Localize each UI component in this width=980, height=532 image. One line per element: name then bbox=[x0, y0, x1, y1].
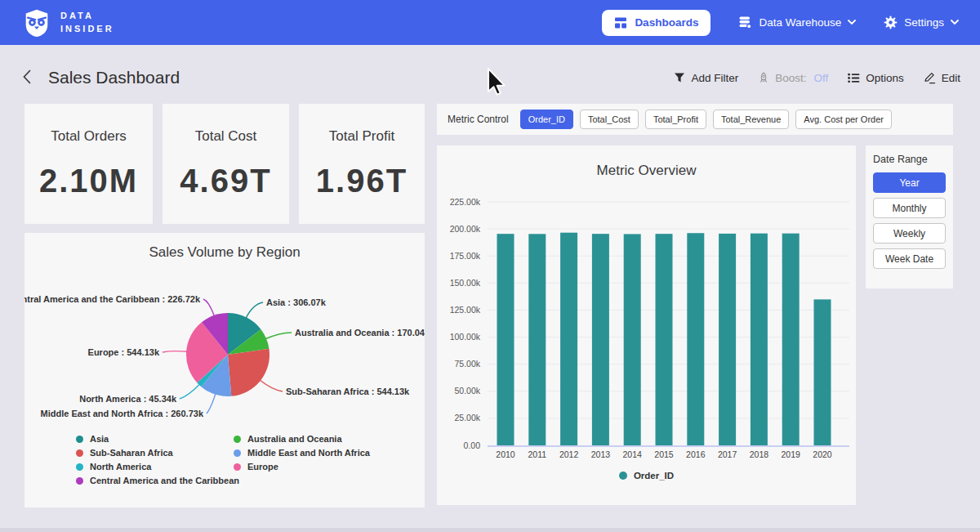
bar-chart: 0.0025.00k50.00k75.00k100.00k125.00k150.… bbox=[437, 145, 856, 505]
owl-logo-icon bbox=[21, 7, 52, 38]
y-axis-tick: 150.00k bbox=[450, 278, 481, 288]
kpi-label: Total Cost bbox=[195, 128, 257, 145]
bar-2017[interactable] bbox=[719, 234, 736, 445]
bar-2014[interactable] bbox=[624, 234, 641, 445]
date-range-button-year[interactable]: Year bbox=[873, 172, 946, 193]
boost-label: Boost: bbox=[775, 72, 806, 84]
pie-legend-item-central-america-and-the-caribbean[interactable]: Central America and the Caribbean bbox=[76, 476, 239, 485]
pie-legend-item-australia-and-oceania[interactable]: Australia and Oceania bbox=[234, 434, 370, 444]
kpi-card-total-orders: Total Orders 2.10M bbox=[24, 104, 153, 224]
x-axis-label-2017: 2017 bbox=[718, 449, 737, 459]
pie-leader-line bbox=[203, 299, 215, 317]
pie-slice-sub-saharan-africa[interactable] bbox=[228, 349, 270, 396]
brand-logo[interactable]: DATA INSIDER bbox=[21, 7, 114, 38]
dashboards-button[interactable]: Dashboards bbox=[602, 10, 710, 36]
bar-chart-legend: Order_ID bbox=[437, 471, 856, 481]
metric-control-label: Metric Control bbox=[448, 114, 509, 125]
legend-dot bbox=[234, 449, 241, 457]
date-range-buttons: YearMonthlyWeeklyWeek Date bbox=[873, 172, 946, 269]
edit-label: Edit bbox=[942, 72, 960, 84]
pie-legend-item-asia[interactable]: Asia bbox=[76, 434, 239, 444]
kpi-label: Total Orders bbox=[51, 128, 127, 145]
x-axis-label-2015: 2015 bbox=[654, 449, 674, 459]
data-warehouse-label: Data Warehouse bbox=[759, 16, 841, 29]
options-list-icon bbox=[848, 73, 860, 83]
database-icon bbox=[738, 16, 752, 29]
x-axis-label-2016: 2016 bbox=[686, 449, 706, 459]
date-range-button-monthly[interactable]: Monthly bbox=[873, 198, 946, 218]
pie-leader-line bbox=[180, 383, 200, 399]
bar-2011[interactable] bbox=[528, 234, 546, 445]
pie-label-europe: Europe : 544.13k bbox=[88, 347, 160, 357]
y-axis-tick: 75.00k bbox=[454, 359, 480, 369]
date-range-button-week-date[interactable]: Week Date bbox=[873, 248, 946, 269]
app-root: DATA INSIDER Dashboards bbox=[0, 0, 980, 532]
y-axis-tick: 200.00k bbox=[450, 224, 481, 234]
options-button[interactable]: Options bbox=[848, 72, 904, 84]
boost-toggle[interactable]: Boost:Off bbox=[758, 72, 828, 84]
bar-2015[interactable] bbox=[656, 234, 673, 445]
data-warehouse-menu[interactable]: Data Warehouse bbox=[738, 16, 856, 29]
pencil-icon bbox=[924, 72, 936, 84]
settings-menu[interactable]: Settings bbox=[884, 16, 959, 29]
pie-leader-line bbox=[163, 351, 188, 352]
bar-2019[interactable] bbox=[782, 234, 800, 445]
y-axis-tick: 175.00k bbox=[450, 251, 481, 261]
brand-text: DATA INSIDER bbox=[60, 10, 114, 35]
pie-legend-item-sub-saharan-africa[interactable]: Sub-Saharan Africa bbox=[76, 448, 239, 458]
bar-2018[interactable] bbox=[751, 234, 768, 445]
metric-buttons: Order_IDTotal_CostTotal_ProfitTotal_Reve… bbox=[520, 110, 898, 129]
legend-dot bbox=[76, 449, 83, 457]
rocket-icon bbox=[758, 72, 769, 84]
pie-label-australia-and-oceania: Australia and Oceania : 170.04k bbox=[295, 328, 425, 338]
back-button[interactable] bbox=[20, 68, 34, 88]
y-axis-tick: 100.00k bbox=[450, 332, 481, 342]
bar-2016[interactable] bbox=[687, 233, 704, 445]
pie-chart-card: Sales Volume by Region Asia : 306.07kAus… bbox=[24, 233, 425, 507]
add-filter-button[interactable]: Add Filter bbox=[674, 72, 738, 84]
bar-2013[interactable] bbox=[592, 234, 609, 445]
legend-dot bbox=[76, 477, 83, 485]
metric-button-total-profit[interactable]: Total_Profit bbox=[645, 110, 706, 129]
kpi-value: 4.69T bbox=[180, 163, 271, 199]
bar-2010[interactable] bbox=[497, 234, 514, 445]
legend-label: Asia bbox=[90, 434, 109, 444]
metric-button-total-revenue[interactable]: Total_Revenue bbox=[713, 110, 789, 129]
page-title: Sales Dashboard bbox=[48, 68, 180, 87]
pie-legend-column-1: AsiaSub-Saharan AfricaNorth AmericaCentr… bbox=[76, 434, 239, 485]
metric-button-avg-cost-per-order[interactable]: Avg. Cost per Order bbox=[795, 110, 892, 129]
date-range-card: Date Range YearMonthlyWeeklyWeek Date bbox=[866, 145, 953, 288]
chevron-left-icon bbox=[21, 69, 33, 84]
brand-line2: INSIDER bbox=[60, 23, 114, 35]
bar-2012[interactable] bbox=[560, 233, 577, 445]
bar-2020[interactable] bbox=[814, 299, 831, 445]
pie-label-north-america: North America : 45.34k bbox=[79, 394, 177, 404]
legend-label: Central America and the Caribbean bbox=[90, 476, 239, 485]
filter-funnel-icon bbox=[674, 72, 685, 83]
pie-label-sub-saharan-africa: Sub-Saharan Africa : 544.13k bbox=[286, 387, 410, 396]
legend-label: Europe bbox=[247, 462, 278, 472]
chevron-down-icon bbox=[848, 20, 856, 25]
options-label: Options bbox=[866, 72, 904, 84]
pie-legend-item-north-america[interactable]: North America bbox=[76, 462, 239, 472]
brand-line1: DATA bbox=[60, 10, 114, 22]
y-axis-tick: 50.00k bbox=[454, 386, 480, 396]
date-range-button-weekly[interactable]: Weekly bbox=[873, 223, 946, 244]
metric-button-total-cost[interactable]: Total_Cost bbox=[580, 110, 639, 129]
pie-legend-item-europe[interactable]: Europe bbox=[234, 462, 370, 472]
x-axis-label-2019: 2019 bbox=[782, 449, 801, 459]
legend-dot bbox=[234, 463, 241, 471]
header-actions: Add Filter Boost:Off bbox=[674, 72, 960, 84]
gear-icon bbox=[884, 16, 898, 29]
metric-control-bar: Metric Control Order_IDTotal_CostTotal_P… bbox=[437, 104, 953, 135]
legend-label: Order_ID bbox=[634, 471, 674, 481]
settings-label: Settings bbox=[904, 16, 944, 29]
pie-legend-item-middle-east-and-north-africa[interactable]: Middle East and North Africa bbox=[234, 448, 370, 458]
pie-label-asia: Asia : 306.07k bbox=[266, 297, 327, 307]
edit-button[interactable]: Edit bbox=[924, 72, 960, 84]
top-navbar: DATA INSIDER Dashboards bbox=[0, 0, 980, 45]
legend-dot bbox=[619, 472, 627, 480]
pie-leader-line bbox=[265, 333, 292, 339]
metric-button-order-id[interactable]: Order_ID bbox=[520, 110, 573, 129]
pie-label-middle-east-and-north-africa: Middle East and North Africa : 260.73k bbox=[41, 409, 204, 418]
